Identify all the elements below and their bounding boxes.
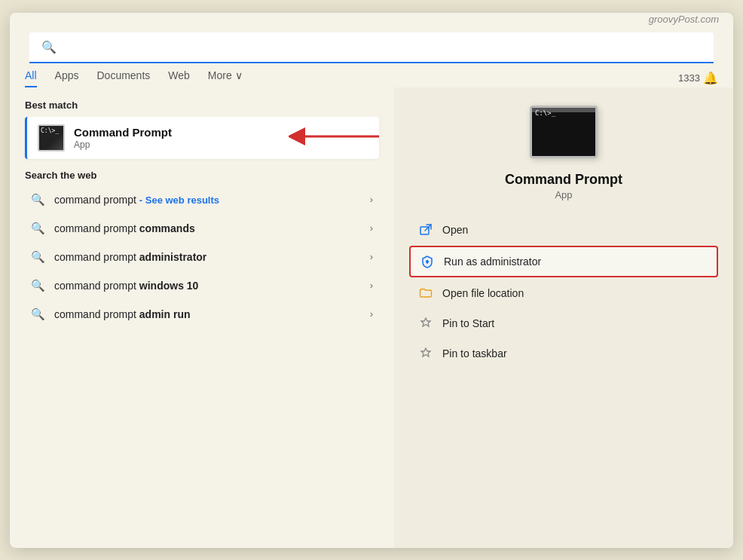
action-run-as-admin[interactable]: Run as administrator [409, 246, 718, 277]
open-icon [418, 222, 433, 237]
action-open-file-location[interactable]: Open file location [409, 279, 718, 308]
web-search-icon-4: 🔍 [31, 308, 45, 321]
watermark: groovyPost.com [649, 14, 719, 25]
preview-app-icon: C:\>_ [530, 106, 598, 158]
best-match-app-name: Command Prompt [74, 126, 172, 139]
action-list: Open Run as administrator [409, 216, 718, 368]
right-panel: C:\>_ Command Prompt App [394, 87, 733, 548]
web-result-text-2: command prompt administrator [54, 251, 361, 263]
web-result-text-3: command prompt windows 10 [54, 280, 361, 292]
tab-bar: All Apps Documents Web More ∨ 1333 🔔 [10, 63, 733, 87]
cmd-app-icon: C:\>_ [38, 124, 65, 151]
tab-documents[interactable]: Documents [96, 69, 150, 87]
svg-line-3 [425, 225, 431, 231]
search-bar[interactable]: 🔍 command prompt [29, 32, 714, 63]
search-icon: 🔍 [41, 40, 57, 54]
web-search-icon-3: 🔍 [31, 279, 45, 292]
result-count: 1333 🔔 [678, 71, 718, 85]
chevron-icon-2: › [370, 251, 373, 262]
web-result-item-2[interactable]: 🔍 command prompt administrator › [25, 243, 379, 271]
web-result-text-1: command prompt commands [54, 222, 361, 234]
action-pin-taskbar-label: Pin to taskbar [442, 347, 507, 360]
tab-all[interactable]: All [25, 69, 37, 87]
web-result-item[interactable]: 🔍 command prompt - See web results › [25, 185, 379, 214]
content-area: Best match C:\>_ Command Prompt App [10, 87, 733, 548]
chevron-icon-4: › [370, 308, 373, 320]
action-file-loc-label: Open file location [442, 287, 524, 299]
preview-title: Command Prompt [505, 172, 622, 188]
search-window: 🔍 command prompt All Apps Documents Web … [10, 13, 733, 548]
action-admin-label: Run as administrator [444, 256, 541, 268]
search-input[interactable]: command prompt [64, 40, 702, 54]
pin-taskbar-icon [418, 346, 433, 361]
action-pin-start-label: Pin to Start [442, 317, 494, 329]
pin-start-icon [418, 316, 433, 331]
tab-web[interactable]: Web [168, 69, 190, 87]
web-result-item-3[interactable]: 🔍 command prompt windows 10 › [25, 271, 379, 300]
web-result-item-1[interactable]: 🔍 command prompt commands › [25, 214, 379, 243]
web-search-icon-1: 🔍 [31, 222, 45, 235]
search-web-label: Search the web [25, 170, 379, 181]
preview-type: App [555, 189, 572, 200]
web-result-text-4: command prompt admin run [54, 308, 361, 320]
action-pin-to-taskbar[interactable]: Pin to taskbar [409, 339, 718, 368]
web-search-icon-0: 🔍 [31, 193, 45, 207]
admin-shield-icon [420, 254, 435, 269]
best-match-label: Best match [25, 99, 379, 111]
web-result-item-4[interactable]: 🔍 command prompt admin run › [25, 300, 379, 329]
badge-icon: 🔔 [703, 71, 718, 85]
tab-apps[interactable]: Apps [55, 69, 79, 87]
red-arrow-annotation [289, 121, 387, 155]
action-open[interactable]: Open [409, 216, 718, 244]
chevron-icon-3: › [370, 280, 373, 291]
web-search-icon-2: 🔍 [31, 250, 45, 264]
chevron-icon-1: › [370, 222, 373, 234]
action-open-label: Open [442, 224, 468, 236]
left-panel: Best match C:\>_ Command Prompt App [10, 87, 394, 548]
best-match-app-type: App [74, 139, 172, 150]
svg-rect-5 [427, 262, 428, 264]
chevron-icon-0: › [370, 194, 373, 205]
web-result-text-0: command prompt - See web results [54, 194, 361, 206]
tab-more[interactable]: More ∨ [208, 69, 243, 87]
action-pin-to-start[interactable]: Pin to Start [409, 309, 718, 338]
folder-icon [418, 286, 433, 301]
